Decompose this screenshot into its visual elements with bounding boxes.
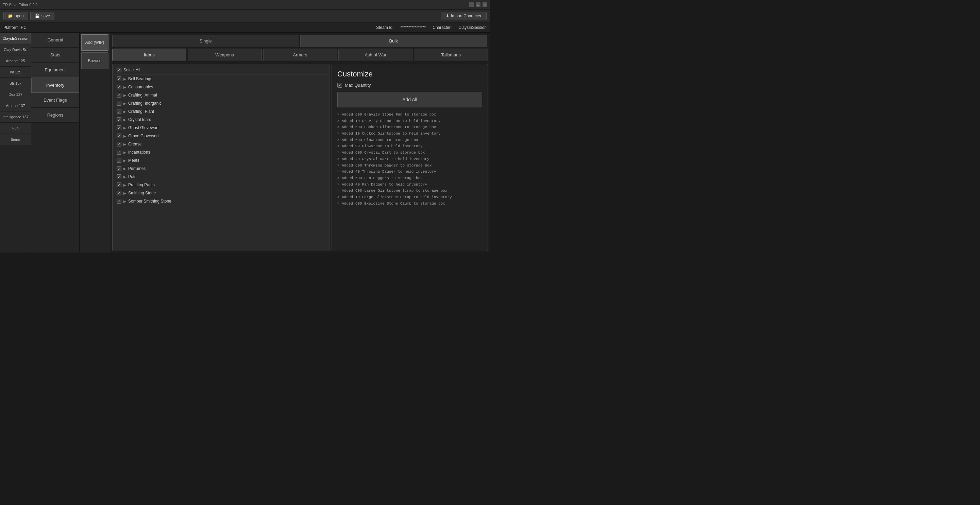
main-layout: ClaysInSessionClay Davis Sr.Arcane 125In… xyxy=(0,33,490,252)
item-row[interactable]: ▶Bell Bearings xyxy=(114,75,328,83)
item-checkbox[interactable] xyxy=(117,142,121,146)
category-tab-talismans[interactable]: Talismans xyxy=(414,49,488,61)
expand-arrow-icon: ▶ xyxy=(123,134,126,138)
character-item[interactable]: Arcane 137 xyxy=(0,100,31,111)
item-row[interactable]: ▶Crystal tears xyxy=(114,116,328,124)
item-row[interactable]: ▶Prattling Pates xyxy=(114,181,328,189)
character-item[interactable]: Intelligence 137 xyxy=(0,111,31,123)
item-checkbox[interactable] xyxy=(117,174,121,179)
item-checkbox[interactable] xyxy=(117,150,121,155)
log-entry: > Added 99 Glowstone to held inventory xyxy=(337,143,482,149)
character-item[interactable]: Arcane 125 xyxy=(0,56,31,67)
max-quantity-checkbox[interactable] xyxy=(337,83,342,88)
platform-right: Steam Id: **************** Character: Cl… xyxy=(376,25,487,30)
item-checkbox[interactable] xyxy=(117,76,121,81)
item-row[interactable]: ▶Incantations xyxy=(114,148,328,156)
character-item[interactable]: Fun xyxy=(0,123,31,134)
log-entry: > Added 40 Fan Daggers to held inventory xyxy=(337,181,482,188)
item-checkbox[interactable] xyxy=(117,93,121,97)
item-row[interactable]: ▶Grease xyxy=(114,140,328,148)
item-checkbox[interactable] xyxy=(117,101,121,106)
item-row[interactable]: ▶Meats xyxy=(114,156,328,165)
item-row[interactable]: ▶Consumables xyxy=(114,83,328,91)
character-item[interactable]: Clay Davis Sr. xyxy=(0,44,31,56)
action-btn-add--wip-[interactable]: Add (WIP) xyxy=(81,34,108,51)
character-label: Character: xyxy=(433,25,452,30)
nav-item-regions[interactable]: Regions xyxy=(31,108,79,123)
item-row[interactable]: ▶Grave Glovewort xyxy=(114,132,328,140)
nav-item-equipment[interactable]: Equipment xyxy=(31,62,79,78)
item-row[interactable]: ▶Perfumes xyxy=(114,165,328,173)
item-checkbox[interactable] xyxy=(117,183,121,187)
character-item[interactable]: Int 125 xyxy=(0,67,31,78)
item-label: Crafting: Animal xyxy=(128,93,157,97)
item-row[interactable]: ▶Somber Smithing Stone xyxy=(114,197,328,205)
item-checkbox[interactable] xyxy=(117,133,121,138)
save-icon: 💾 xyxy=(35,14,40,18)
expand-arrow-icon: ▶ xyxy=(123,94,126,97)
item-checkbox[interactable] xyxy=(117,158,121,163)
nav-item-event-flags[interactable]: Event Flags xyxy=(31,93,79,108)
category-tab-ash-of-war[interactable]: Ash of War xyxy=(338,49,412,61)
mode-tab-bulk[interactable]: Bulk xyxy=(300,35,487,47)
save-button[interactable]: 💾 save xyxy=(30,12,54,20)
character-item[interactable]: ClaysInSession xyxy=(0,33,31,44)
folder-icon: 📁 xyxy=(8,14,13,18)
minimize-button[interactable]: — xyxy=(469,2,474,7)
items-list: Select All▶Bell Bearings▶Consumables▶Cra… xyxy=(112,64,329,251)
category-tab-armors[interactable]: Armors xyxy=(263,49,337,61)
items-area: Select All▶Bell Bearings▶Consumables▶Cra… xyxy=(110,62,490,252)
item-checkbox[interactable] xyxy=(117,125,121,130)
select-all-row[interactable]: Select All xyxy=(114,65,328,75)
item-row[interactable]: ▶Ghost Glovewort xyxy=(114,124,328,132)
expand-arrow-icon: ▶ xyxy=(123,110,126,113)
category-tab-items[interactable]: Items xyxy=(112,49,186,61)
item-label: Crafting: Inorganic xyxy=(128,101,162,106)
item-row[interactable]: ▶Crafting: Inorganic xyxy=(114,99,328,107)
toolbar: 📁 open 💾 save ⬇ Import Character xyxy=(0,10,490,22)
import-character-button[interactable]: ⬇ Import Character xyxy=(441,12,487,20)
steam-id-value: **************** xyxy=(401,25,426,30)
close-button[interactable]: ✕ xyxy=(482,2,487,7)
item-row[interactable]: ▶Crafting: Plant xyxy=(114,107,328,116)
item-checkbox[interactable] xyxy=(117,109,121,114)
category-tab-weapons[interactable]: Weapons xyxy=(188,49,262,61)
character-item[interactable]: Str 137 xyxy=(0,78,31,89)
customize-panel: Customize Max Quantity Add All > Added 6… xyxy=(331,64,488,251)
item-row[interactable]: ▶Smithing Stone xyxy=(114,189,328,197)
import-label: Import Character xyxy=(451,14,482,18)
mode-tab-single[interactable]: Single xyxy=(112,35,299,47)
item-checkbox[interactable] xyxy=(117,117,121,122)
restore-button[interactable]: □ xyxy=(476,2,480,7)
expand-arrow-icon: ▶ xyxy=(123,167,126,171)
item-row[interactable]: ▶Pots xyxy=(114,173,328,181)
item-label: Crystal tears xyxy=(128,117,151,122)
expand-arrow-icon: ▶ xyxy=(123,102,126,105)
item-checkbox[interactable] xyxy=(117,68,121,72)
character-item[interactable]: Itemq xyxy=(0,134,31,145)
action-btn-browse[interactable]: Browse xyxy=(81,52,108,69)
add-all-button[interactable]: Add All xyxy=(337,92,482,107)
character-item[interactable]: Dex 137 xyxy=(0,89,31,100)
app-title: ER Save Editor 0.0.2 xyxy=(3,3,38,7)
expand-arrow-icon: ▶ xyxy=(123,126,126,130)
characters-sidebar: ClaysInSessionClay Davis Sr.Arcane 125In… xyxy=(0,33,31,252)
nav-item-inventory[interactable]: Inventory xyxy=(31,78,79,93)
item-label: Ghost Glovewort xyxy=(128,125,159,130)
max-quantity-option[interactable]: Max Quantity xyxy=(337,83,482,88)
item-checkbox[interactable] xyxy=(117,85,121,89)
log-entry: > Added 600 Large Glintstone Scrap to st… xyxy=(337,187,482,194)
item-checkbox[interactable] xyxy=(117,199,121,203)
log-entry: > Added 600 Glowstone to storage box xyxy=(337,137,482,143)
open-button[interactable]: 📁 open xyxy=(3,12,28,20)
item-checkbox[interactable] xyxy=(117,191,121,195)
nav-item-general[interactable]: General xyxy=(31,33,79,48)
save-label: save xyxy=(41,14,50,18)
item-row[interactable]: ▶Crafting: Animal xyxy=(114,91,328,99)
window-controls: — □ ✕ xyxy=(469,2,487,7)
nav-item-stats[interactable]: Stats xyxy=(31,48,79,62)
item-label: Somber Smithing Stone xyxy=(128,199,171,203)
item-checkbox[interactable] xyxy=(117,166,121,171)
character-name: ClaysInSession xyxy=(458,25,487,30)
expand-arrow-icon: ▶ xyxy=(123,175,126,179)
